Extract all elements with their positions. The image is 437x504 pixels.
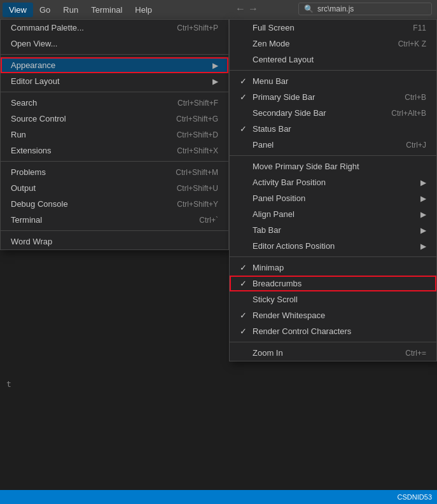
separator-4: [1, 230, 228, 231]
menu-editor-actions-position[interactable]: Editor Actions Position ▶: [230, 238, 436, 254]
search-value: src\main.js: [317, 4, 354, 13]
menu-status-bar[interactable]: ✓ Status Bar: [230, 121, 436, 137]
menu-panel[interactable]: Panel Ctrl+J: [230, 137, 436, 153]
menu-secondary-side-bar[interactable]: Secondary Side Bar Ctrl+Alt+B: [230, 105, 436, 121]
menu-item-terminal[interactable]: Terminal: [85, 3, 128, 17]
status-text: CSDNID53: [398, 493, 432, 501]
menu-open-view[interactable]: Open View...: [1, 36, 228, 52]
separator-1: [1, 54, 228, 55]
status-bar: CSDNID53: [0, 490, 437, 504]
menu-render-whitespace[interactable]: ✓ Render Whitespace: [230, 307, 436, 323]
menu-primary-side-bar[interactable]: ✓ Primary Side Bar Ctrl+B: [230, 89, 436, 105]
menu-editor-layout[interactable]: Editor Layout ▶: [1, 73, 228, 89]
nav-arrows: ← →: [235, 3, 258, 15]
r-separator-1: [230, 70, 436, 71]
menu-sticky-scroll[interactable]: Sticky Scroll: [230, 291, 436, 307]
menu-terminal[interactable]: Terminal Ctrl+`: [1, 212, 228, 228]
menu-bar: View Go Run Terminal Help ← → 🔍 src\main…: [0, 0, 437, 19]
menu-zen-mode[interactable]: Zen Mode Ctrl+K Z: [230, 36, 436, 52]
menu-panel-position[interactable]: Panel Position ▶: [230, 190, 436, 206]
menu-move-primary-side-bar[interactable]: Move Primary Side Bar Right: [230, 158, 436, 174]
separator-2: [1, 92, 228, 92]
r-separator-2: [230, 155, 436, 156]
menu-run[interactable]: Run Ctrl+Shift+D: [1, 127, 228, 143]
menu-problems[interactable]: Problems Ctrl+Shift+M: [1, 164, 228, 180]
menu-debug-console[interactable]: Debug Console Ctrl+Shift+Y: [1, 196, 228, 212]
editor-area: t: [0, 375, 437, 490]
menu-breadcrumbs[interactable]: ✓ Breadcrumbs: [230, 276, 436, 291]
menu-source-control[interactable]: Source Control Ctrl+Shift+G: [1, 111, 228, 127]
menu-search[interactable]: Search Ctrl+Shift+F: [1, 95, 228, 111]
search-icon: 🔍: [304, 4, 314, 13]
menu-word-wrap[interactable]: Word Wrap: [1, 234, 228, 249]
menu-menu-bar[interactable]: ✓ Menu Bar: [230, 73, 436, 89]
menu-appearance[interactable]: Appearance ▶: [1, 57, 228, 73]
left-dropdown-menu: Command Palette... Ctrl+Shift+P Open Vie…: [0, 19, 229, 250]
menu-tab-bar[interactable]: Tab Bar ▶: [230, 222, 436, 238]
menu-minimap[interactable]: ✓ Minimap: [230, 260, 436, 276]
separator-3: [1, 161, 228, 162]
editor-line: t: [6, 379, 11, 389]
menu-item-view[interactable]: View: [3, 3, 33, 17]
menu-align-panel[interactable]: Align Panel ▶: [230, 206, 436, 222]
menu-item-help[interactable]: Help: [128, 3, 158, 17]
menu-item-run[interactable]: Run: [57, 3, 85, 17]
right-dropdown-menu: Full Screen F11 Zen Mode Ctrl+K Z Center…: [229, 19, 437, 361]
r-separator-4: [230, 342, 436, 342]
menu-centered-layout[interactable]: Centered Layout: [230, 52, 436, 67]
menu-output[interactable]: Output Ctrl+Shift+U: [1, 180, 228, 196]
menu-zoom-in[interactable]: Zoom In Ctrl+=: [230, 345, 436, 361]
search-bar[interactable]: 🔍 src\main.js: [298, 3, 432, 15]
menu-full-screen[interactable]: Full Screen F11: [230, 20, 436, 36]
r-separator-3: [230, 256, 436, 257]
forward-arrow[interactable]: →: [248, 3, 258, 15]
menu-extensions[interactable]: Extensions Ctrl+Shift+X: [1, 143, 228, 158]
menu-activity-bar-position[interactable]: Activity Bar Position ▶: [230, 174, 436, 190]
back-arrow[interactable]: ←: [235, 3, 246, 15]
menu-render-control-chars[interactable]: ✓ Render Control Characters: [230, 323, 436, 339]
menu-command-palette[interactable]: Command Palette... Ctrl+Shift+P: [1, 20, 228, 36]
menu-item-go[interactable]: Go: [33, 3, 57, 17]
